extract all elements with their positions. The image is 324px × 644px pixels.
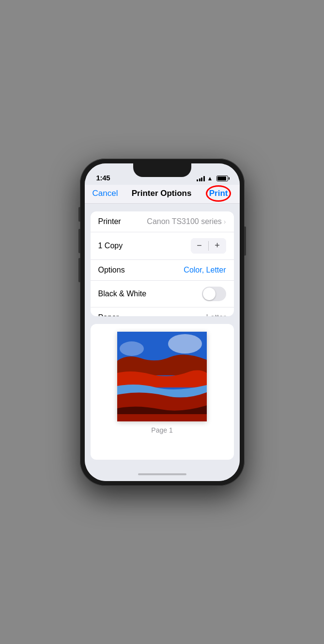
toggle-knob (203, 288, 216, 300)
battery-icon (216, 176, 228, 181)
decrement-button[interactable]: − (191, 238, 208, 254)
print-button-wrapper: Print (205, 189, 232, 198)
volume-up-button (78, 229, 80, 253)
home-bar (85, 467, 240, 481)
notch (133, 163, 191, 177)
printer-value-text: Canon TS3100 series (147, 217, 221, 226)
chevron-right-icon: › (224, 218, 226, 225)
status-icons: ▲ (197, 175, 228, 182)
wifi-icon: ▲ (207, 175, 213, 182)
preview-area: HI TECH WOOL YOUR VISION (91, 324, 234, 460)
main-content: Printer Canon TS3100 series › 1 Copy − + (85, 204, 240, 467)
printer-row[interactable]: Printer Canon TS3100 series › (91, 211, 234, 232)
paper-row[interactable]: Paper Letter (91, 307, 234, 316)
options-label: Options (98, 266, 125, 274)
bw-toggle[interactable] (202, 287, 226, 301)
cancel-button[interactable]: Cancel (93, 189, 118, 198)
printer-label: Printer (98, 217, 121, 226)
copy-label: 1 Copy (98, 242, 123, 250)
silent-switch (78, 207, 80, 222)
options-value: Color, Letter (184, 266, 226, 274)
svg-point-1 (168, 334, 202, 354)
preview-image (117, 332, 207, 421)
signal-icon (197, 176, 205, 181)
options-card: Printer Canon TS3100 series › 1 Copy − + (91, 211, 234, 316)
paper-value: Letter (206, 313, 226, 316)
nav-title: Printer Options (132, 189, 192, 198)
increment-button[interactable]: + (209, 238, 226, 254)
preview-svg (117, 332, 207, 421)
copy-stepper[interactable]: − + (191, 238, 226, 254)
volume-down-button (78, 258, 80, 282)
print-highlight-circle (206, 185, 231, 202)
bw-label: Black & White (98, 290, 147, 298)
power-button (244, 226, 246, 256)
printer-value: Canon TS3100 series › (147, 217, 226, 226)
bw-row: Black & White (91, 281, 234, 307)
phone-screen: 1:45 ▲ Cancel Printer Options Print (85, 163, 240, 481)
page-label: Page 1 (151, 426, 172, 434)
paper-label: Paper (98, 313, 119, 316)
status-bar: 1:45 ▲ (85, 163, 240, 185)
options-row[interactable]: Options Color, Letter (91, 260, 234, 281)
phone-frame: 1:45 ▲ Cancel Printer Options Print (80, 159, 245, 486)
home-indicator (138, 473, 186, 475)
svg-point-2 (120, 341, 144, 356)
copy-row: 1 Copy − + (91, 232, 234, 260)
status-time: 1:45 (96, 174, 110, 182)
nav-bar: Cancel Printer Options Print (85, 185, 240, 204)
